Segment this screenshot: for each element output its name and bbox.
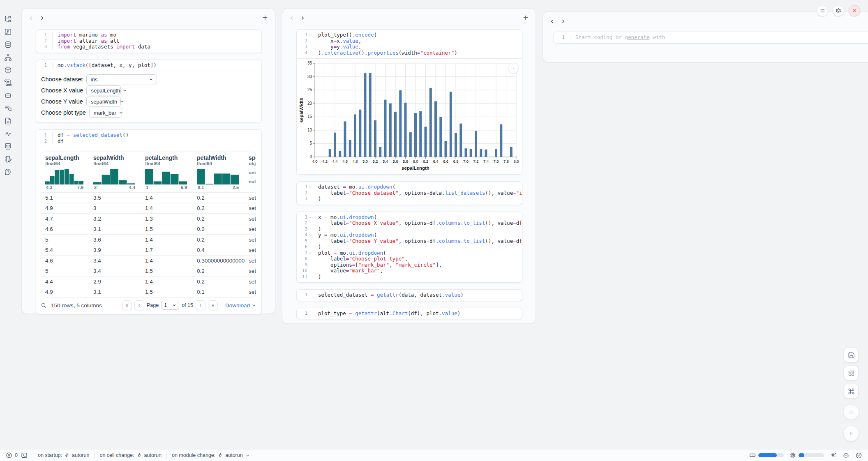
column-next-button[interactable] [300,14,310,22]
cell-empty[interactable]: 1 Start coding or generate with [554,32,868,44]
sidebar-item-snippets[interactable] [3,141,13,151]
sidebar-item-chat[interactable] [3,90,13,100]
cell-dataframe[interactable]: 1df = selected_dataset()2df sepalLengthf… [36,129,262,314]
on-cell-change-setting[interactable]: on cell change: autorun [99,452,162,458]
table-row[interactable]: 4.42.91.40.2setosa [41,277,256,287]
sidebar-item-outline[interactable] [3,116,13,126]
ram-usage-meter[interactable] [749,452,784,459]
cell-vstack[interactable]: 1mo.vstack([dataset, x, y, plot]) Choose… [36,60,262,123]
chart-actions-button[interactable] [508,63,519,74]
code-editor[interactable]: 1 Start coding or generate with [554,32,868,43]
prev-page-button[interactable]: ‹ [134,300,144,310]
page-select[interactable]: 1 [161,301,179,310]
column-prev-button[interactable] [289,14,300,22]
y-value-select[interactable]: sepalWidth [86,97,121,106]
table-column-header[interactable]: petalLengthfloat6416.9 [141,152,193,193]
shutdown-button[interactable] [849,5,860,16]
column-histogram[interactable] [45,168,89,184]
fold-chevron-icon[interactable] [309,216,312,219]
on-module-change-setting[interactable]: on module change: autorun [172,452,250,458]
first-page-button[interactable]: « [122,300,132,310]
table-row[interactable]: 4.63.41.40.30000000000000004setosa [41,256,256,266]
run-button[interactable] [843,426,859,441]
errors-indicator[interactable]: 0 [6,452,18,459]
copilot-icon[interactable] [843,452,850,459]
table-row[interactable]: 53.41.50.2setosa [41,266,256,277]
generate-with-ai-link[interactable]: generate [625,34,649,40]
stop-button[interactable] [843,404,859,420]
fold-chevron-icon[interactable] [309,251,312,255]
column-max: 7.9 [77,185,83,190]
code-editor[interactable]: 1dataset = mo.ui.dropdown(2 label="Choos… [297,182,522,205]
code-line: 2import altair as alt [36,38,261,44]
add-cell-button[interactable] [261,14,269,22]
keyboard-shortcuts-button[interactable] [844,384,859,399]
column-next-button[interactable] [560,18,571,25]
table-row[interactable]: 4.93.11.50.1setosa [41,287,256,297]
table-row[interactable]: 5.43.91.70.4setosa [41,245,256,256]
sidebar-item-tracing[interactable] [3,129,13,138]
cell-imports[interactable]: 1import marimo as mo2import altair as al… [36,29,262,53]
table-row[interactable]: 4.63.11.50.2setosa [41,224,256,235]
next-page-button[interactable]: › [196,300,205,310]
last-page-button[interactable]: » [208,300,218,310]
table-row[interactable]: 53.61.40.2setosa [41,235,256,245]
dropdown-label: Choose Y value [41,98,83,105]
column-next-button[interactable] [39,14,50,22]
code-editor[interactable]: 1import marimo as mo2import altair as al… [36,30,261,53]
sidebar-item-packages[interactable] [3,65,13,75]
setting-value: autorun [225,452,242,458]
column-histogram[interactable] [145,168,193,184]
table-column-header[interactable]: petalWidthfloat640.12.5 [193,152,245,193]
table-row[interactable]: 4.73.21.30.2setosa [41,214,256,224]
sidebar-item-dependency-graph[interactable] [3,52,13,62]
add-cell-button[interactable] [522,14,530,22]
fold-chevron-icon[interactable] [309,185,312,189]
cell-dataset-dropdown[interactable]: 1dataset = mo.ui.dropdown(2 label="Choos… [296,181,522,205]
cpu-usage-meter[interactable] [790,452,824,459]
code-editor[interactable]: 1mo.vstack([dataset, x, y, plot]) [36,60,261,71]
sidebar-item-variables[interactable] [3,27,13,37]
connection-status-icon[interactable] [855,452,862,459]
code-editor[interactable]: 1x = mo.ui.dropdown(2 label="Choose X va… [297,212,522,283]
column-histogram[interactable] [93,168,141,184]
settings-button[interactable] [833,5,844,16]
sidebar-item-scratchpad[interactable] [3,154,13,164]
search-icon[interactable] [41,302,47,309]
plot-type-select[interactable]: mark_bar [89,108,122,118]
fold-chevron-icon[interactable] [309,233,312,237]
save-button[interactable] [844,348,859,362]
sidebar-item-logs[interactable] [3,78,13,88]
column-histogram[interactable] [197,168,245,184]
dataset-select[interactable]: iris [86,74,157,84]
x-value-select[interactable]: sepalLength [86,85,121,95]
code-editor[interactable]: 1plot_type = getattr(alt.Chart(df), plot… [297,308,522,319]
menu-button[interactable] [817,5,828,16]
altair-bar-chart[interactable]: 4.04.24.44.64.85.05.25.45.65.86.06.26.46… [298,60,522,173]
table-column-header[interactable]: speciesobjectunique:nulls: [245,152,256,193]
fold-chevron-icon[interactable] [309,33,312,37]
column-prev-button[interactable] [549,18,560,25]
code-editor[interactable]: 1plot_type().encode(2 x=x.value,3 y=y.va… [297,30,522,58]
table-column-header[interactable]: sepalLengthfloat644.37.9 [41,152,89,193]
cell-xyplot-dropdowns[interactable]: 1x = mo.ui.dropdown(2 label="Choose X va… [296,212,522,283]
table-row[interactable]: 4.931.40.2setosa [41,203,256,214]
download-menu[interactable]: Download [225,302,256,309]
cell-plot-type[interactable]: 1plot_type = getattr(alt.Chart(df), plot… [296,308,522,320]
code-editor[interactable]: 1selected_dataset = getattr(data, datase… [297,290,522,301]
sidebar-item-datasources[interactable] [3,39,13,49]
table-column-header[interactable]: sepalWidthfloat6424.4 [89,152,141,193]
sidebar-item-documentation-search[interactable] [3,103,13,113]
layout-toggle-button[interactable] [844,366,859,380]
sidebar-item-help[interactable] [3,167,13,177]
terminal-indicator[interactable] [21,452,28,459]
cell-chart[interactable]: 1plot_type().encode(2 x=x.value,3 y=y.va… [296,29,522,175]
table-row[interactable]: 5.13.51.40.2setosa [41,193,256,203]
code-editor[interactable]: 1df = selected_dataset()2df [36,130,261,147]
code-line: 2 label="Choose X value", options=df.col… [297,220,522,226]
column-prev-button[interactable] [28,14,39,22]
ai-sparkles-icon[interactable] [830,452,837,459]
sidebar-item-file-explorer[interactable] [3,14,13,24]
on-startup-setting[interactable]: on startup: autorun [38,452,89,458]
cell-selected-dataset[interactable]: 1selected_dataset = getattr(data, datase… [296,289,522,301]
